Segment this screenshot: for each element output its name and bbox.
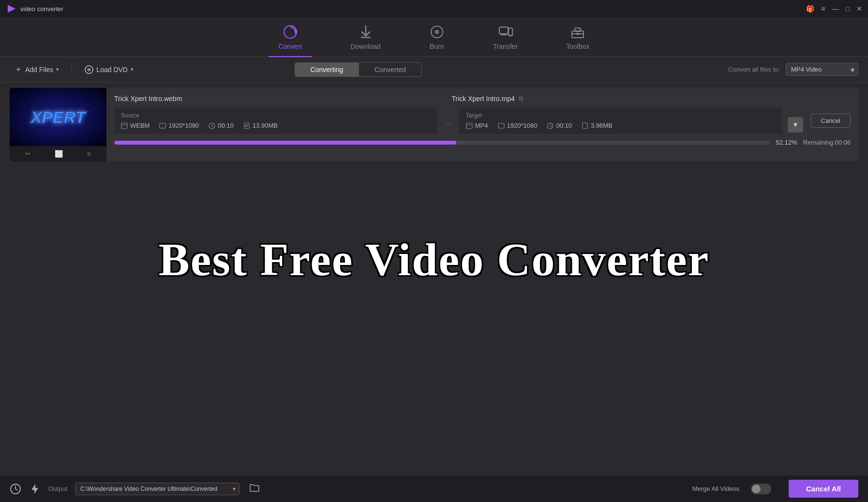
svg-rect-25 — [160, 123, 165, 128]
target-resolution: 1920*1080 — [498, 122, 538, 129]
gift-icon[interactable]: 🎁 — [806, 5, 814, 13]
svg-rect-7 — [499, 27, 508, 34]
maximize-icon[interactable]: □ — [846, 5, 850, 13]
big-text: Best Free Video Converter — [159, 233, 710, 286]
load-dvd-button[interactable]: Load DVD ▾ — [80, 63, 138, 76]
copy-icon[interactable]: ⧉ — [519, 95, 523, 103]
target-format: MP4 — [466, 122, 488, 129]
app-logo-icon — [6, 3, 16, 14]
file-thumbnail: XPERT XPERT ✂ ⬜ ≡ — [10, 88, 106, 162]
add-files-button[interactable]: ＋ Add Files ▾ — [10, 62, 64, 77]
target-meta-values: MP4 1920*1080 00:10 3.96MB — [466, 122, 775, 129]
nav-convert[interactable]: Convert — [269, 21, 312, 56]
toolbar-divider — [72, 64, 72, 75]
menu-icon[interactable]: ≡ — [821, 5, 825, 13]
progress-remaining: Remaining:00:06 — [803, 139, 851, 146]
close-icon[interactable]: ✕ — [856, 5, 862, 13]
svg-rect-8 — [500, 34, 507, 35]
lightning-icon[interactable] — [29, 483, 41, 495]
convert-all-label: Convert all files to: — [728, 66, 780, 73]
progress-bar-fill — [114, 141, 456, 145]
format-select-wrapper: MP4 Video AVI MKV MOV WMV — [786, 63, 858, 76]
nav-toolbox[interactable]: Toolbox — [556, 21, 599, 56]
trim-icon[interactable]: ✂ — [25, 150, 31, 158]
nav-toolbox-label: Toolbox — [566, 43, 589, 50]
arrow-separator: → — [444, 119, 452, 130]
svg-rect-9 — [509, 28, 512, 36]
footer: Output C:\Wondershare Video Converter Ul… — [0, 475, 868, 502]
output-path-wrapper: C:\Wondershare Video Converter Ultimate\… — [75, 483, 239, 495]
tab-converted[interactable]: Converted — [359, 63, 421, 76]
nav-transfer[interactable]: Transfer — [483, 21, 528, 56]
progress-row: 52.12% Remaining:00:06 — [114, 139, 851, 146]
load-dvd-dropdown-icon[interactable]: ▾ — [131, 66, 134, 73]
tab-group: Converting Converted — [295, 62, 422, 77]
target-settings-wrapper: ▾ — [788, 117, 803, 133]
thumb-image: XPERT XPERT — [10, 88, 106, 146]
format-select[interactable]: MP4 Video AVI MKV MOV WMV — [786, 63, 858, 76]
resolution-icon — [159, 122, 166, 129]
nav-download-label: Download — [350, 43, 380, 50]
thumb-svg: XPERT XPERT — [10, 88, 106, 146]
nav-burn[interactable]: Burn — [419, 21, 454, 56]
format-icon — [121, 122, 128, 129]
nav-bar: Convert Download Burn Transfer — [0, 17, 868, 57]
file-card: XPERT XPERT ✂ ⬜ ≡ Trick Xpert Intro.webm… — [10, 88, 858, 162]
target-settings-button[interactable]: ▾ — [788, 117, 803, 133]
title-bar-left: video converter — [6, 3, 63, 14]
target-meta-label: Target — [466, 112, 775, 119]
svg-line-39 — [550, 126, 552, 127]
open-folder-button[interactable] — [249, 483, 260, 495]
svg-rect-23 — [121, 123, 127, 129]
nav-transfer-label: Transfer — [493, 43, 518, 50]
folder-icon — [249, 483, 260, 492]
big-text-area: Best Free Video Converter — [0, 167, 868, 351]
toolbox-nav-icon — [570, 24, 585, 40]
merge-all-label: Merge All Videos — [692, 485, 739, 492]
source-filesize: 13.90MB — [243, 122, 278, 129]
svg-marker-0 — [8, 5, 15, 13]
toggle-knob — [752, 485, 761, 493]
transfer-nav-icon — [498, 24, 513, 40]
source-format: WEBM — [121, 122, 150, 129]
target-clock-icon — [547, 122, 554, 129]
merge-toggle[interactable] — [751, 484, 771, 494]
crop-icon[interactable]: ⬜ — [55, 150, 63, 158]
minimize-icon[interactable]: — — [832, 5, 839, 13]
output-path-select[interactable]: C:\Wondershare Video Converter Ultimate\… — [75, 483, 239, 495]
file-icon — [243, 122, 250, 129]
settings-icon[interactable]: ≡ — [87, 150, 90, 158]
clock-footer-icon[interactable] — [10, 483, 21, 495]
cancel-conversion-button[interactable]: Cancel — [811, 114, 851, 128]
svg-rect-34 — [466, 123, 472, 129]
svg-line-29 — [212, 126, 213, 127]
nav-download[interactable]: Download — [341, 21, 390, 56]
progress-percent: 52.12% — [776, 139, 797, 146]
title-bar-controls: 🎁 ≡ — □ ✕ — [806, 5, 862, 13]
toolbar: ＋ Add Files ▾ Load DVD ▾ Converting Conv… — [0, 57, 868, 82]
add-files-dropdown-icon[interactable]: ▾ — [56, 66, 59, 73]
clock-icon — [209, 122, 215, 129]
meta-row: Source WEBM 1920*1080 00:10 — [114, 107, 851, 134]
cancel-all-button[interactable]: Cancel All — [789, 480, 858, 498]
file-names-row: Trick Xpert Intro.webm Trick Xpert Intro… — [114, 95, 851, 103]
file-area: XPERT XPERT ✂ ⬜ ≡ Trick Xpert Intro.webm… — [0, 82, 868, 167]
svg-line-43 — [15, 489, 17, 490]
add-files-label: Add Files — [25, 66, 53, 74]
thumb-controls: ✂ ⬜ ≡ — [10, 146, 106, 162]
file-info: Trick Xpert Intro.webm Trick Xpert Intro… — [106, 88, 858, 162]
nav-convert-label: Convert — [278, 43, 302, 50]
output-label: Output — [48, 485, 67, 492]
svg-rect-40 — [583, 123, 587, 129]
dvd-icon — [85, 65, 93, 74]
tab-converting[interactable]: Converting — [295, 63, 359, 76]
progress-bar-bg — [114, 141, 770, 145]
target-format-icon — [466, 122, 473, 129]
target-filename-group: Trick Xpert Intro.mp4 ⧉ — [452, 95, 523, 103]
app-title: video converter — [20, 5, 63, 13]
title-bar: video converter 🎁 ≡ — □ ✕ — [0, 0, 868, 17]
source-meta-values: WEBM 1920*1080 00:10 13.90MB — [121, 122, 430, 129]
svg-text:XPERT: XPERT — [30, 108, 87, 126]
target-resolution-icon — [498, 122, 505, 129]
load-dvd-label: Load DVD — [96, 66, 128, 74]
